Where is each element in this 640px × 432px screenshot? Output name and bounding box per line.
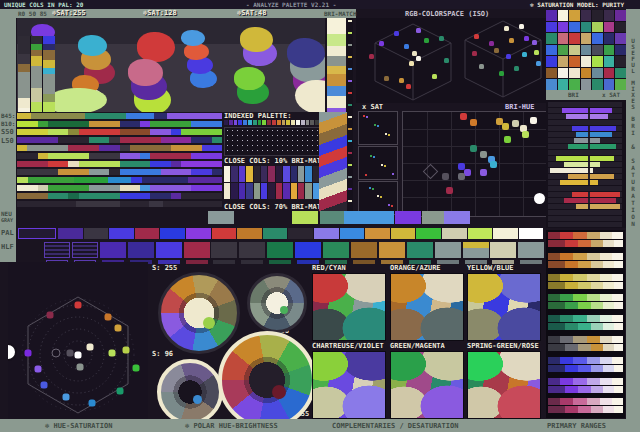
palette-swatch[interactable] [298,166,304,182]
tick-mark [348,92,352,94]
comp-panel-title: SPRING-GREEN/ROSE [467,342,539,350]
pal-swatch[interactable] [493,228,518,239]
palette-swatch[interactable] [283,183,289,199]
rgb-colorspace-panel [356,18,546,103]
palette-swatch[interactable] [268,183,274,199]
pal-swatch[interactable] [212,228,237,239]
strip-row [17,201,222,207]
strip-seg [142,177,188,183]
palette-swatch[interactable] [231,166,237,182]
pal-swatch[interactable] [84,228,109,239]
palette-swatch[interactable] [234,120,238,125]
palette-swatch[interactable] [272,120,276,125]
useful-mixes-grid [546,10,626,90]
palette-swatch[interactable] [305,166,311,182]
palette-swatch[interactable] [258,120,262,125]
palette-swatch[interactable] [298,183,304,199]
palette-swatch[interactable] [224,183,230,199]
palette-swatch[interactable] [243,120,247,125]
palette-swatch[interactable] [238,120,242,125]
palette-swatch[interactable] [286,120,290,125]
polar-hue-brightness-caption: ✻ POLAR HUE-BRIGHTNESS [185,422,278,430]
pal-swatch[interactable] [416,228,441,239]
tick-mark [348,104,352,106]
pal-swatch[interactable] [135,228,160,239]
palette-swatch[interactable] [291,120,295,125]
sat255-tab[interactable]: ✻SAT:255 [52,9,86,17]
hlf-block [435,242,461,258]
palette-swatch[interactable] [239,166,245,182]
pal-swatch[interactable] [442,228,467,239]
pal-swatch[interactable] [237,228,262,239]
palette-swatch[interactable] [283,166,289,182]
sat128-tab[interactable]: ✻SAT:128 [143,9,177,17]
palette-swatch[interactable] [224,166,230,182]
hlf-block [463,242,489,258]
mix-cell [569,22,580,33]
tick-mark [348,152,352,154]
grid-vline [451,112,452,216]
palette-swatch[interactable] [239,183,245,199]
palette-swatch[interactable] [268,166,274,182]
palette-swatch[interactable] [277,120,281,125]
pal-swatch[interactable] [263,228,288,239]
neu-swatch [292,211,318,224]
palette-swatch[interactable] [282,120,286,125]
palette-swatch[interactable] [224,120,228,125]
palette-swatch[interactable] [296,120,300,125]
palette-swatch[interactable] [246,183,252,199]
empty-slot-diamond [423,164,439,180]
pal-swatch[interactable] [468,228,493,239]
hlf-block [351,242,377,258]
palette-swatch[interactable] [306,120,310,125]
pal-swatch[interactable] [519,228,544,239]
palette-swatch[interactable] [291,183,297,199]
pal-swatch[interactable] [58,228,83,239]
palette-swatch[interactable] [301,120,305,125]
polar-svg [8,262,148,419]
palette-swatch[interactable] [310,120,314,125]
neu-label: NEU [1,210,12,217]
strip-seg [17,185,38,191]
pal-swatch[interactable] [160,228,185,239]
palette-swatch[interactable] [248,120,252,125]
range-strip [548,240,623,247]
mix-cell [604,56,615,67]
palette-swatch[interactable] [291,166,297,182]
palette-swatch[interactable] [231,183,237,199]
palette-swatch[interactable] [276,183,282,199]
palette-swatch[interactable] [305,183,311,199]
palette-swatch[interactable] [261,183,267,199]
palette-swatch[interactable] [261,166,267,182]
palette-swatch[interactable] [246,166,252,182]
strip-seg [191,153,222,159]
palette-swatch[interactable] [254,183,260,199]
pyramid-row-bg [548,210,622,215]
palette-swatch[interactable] [267,120,271,125]
palette-swatch[interactable] [262,120,266,125]
stack-seg [327,56,346,66]
palette-swatch[interactable] [254,166,260,182]
pyramid-bar-right [590,162,600,167]
pal-swatch[interactable] [109,228,134,239]
pyramid-bar-left [564,162,588,167]
pyramid-bar-right [590,204,620,209]
pal-swatch-selected[interactable] [18,228,56,239]
pal-swatch[interactable] [391,228,416,239]
palette-swatch[interactable] [276,166,282,182]
pal-swatch[interactable] [314,228,339,239]
pal-swatch[interactable] [365,228,390,239]
strip-row [17,145,222,151]
pal-swatch[interactable] [288,228,313,239]
palette-swatch[interactable] [229,120,233,125]
comp-panel-title: YELLOW/BLUE [467,264,513,272]
pal-swatch[interactable] [186,228,211,239]
app-title: - ANALYZE PALETTE V2.21 - [246,1,336,8]
palette-swatch[interactable] [253,120,257,125]
strip-seg [140,185,150,191]
mini-dot [370,155,372,157]
range-strip [548,315,623,322]
pal-swatch[interactable] [340,228,365,239]
stack-seg [18,54,30,64]
sat48-tab[interactable]: ✻SAT:48 [237,9,267,17]
